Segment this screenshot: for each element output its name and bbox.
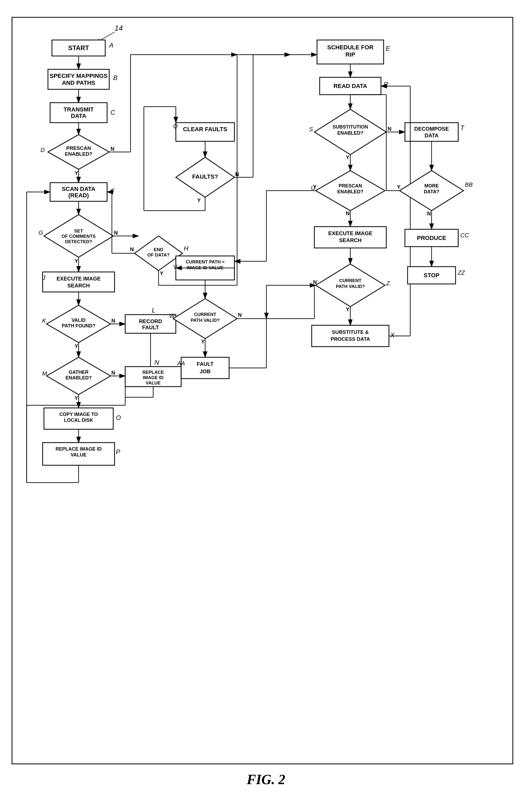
set-comments-label2: OF COMMENTS — [61, 234, 96, 239]
prescan-u-label2: ENABLED? — [337, 189, 363, 194]
schedule-label1: SCHEDULE FOR — [327, 44, 374, 51]
current-path-w-Y: Y — [201, 339, 205, 344]
substitution-label2: ENABLED? — [337, 130, 363, 136]
substitute-label1: SUBSTITUTE & — [332, 329, 369, 335]
ref-14: 14 — [115, 24, 123, 32]
label-V: V — [173, 264, 178, 270]
label-AA: AA — [177, 360, 185, 367]
label-O: O — [116, 414, 121, 421]
scan-label2: (READ) — [69, 192, 89, 199]
label-R: R — [384, 81, 388, 88]
current-path-v-label1: CURRENT PATH = — [186, 259, 225, 265]
scan-label1: SCAN DATA — [62, 185, 95, 192]
label-X: X — [390, 331, 395, 339]
set-comments-label1: SET — [74, 229, 83, 234]
label-T: T — [460, 124, 465, 131]
valid-path-label1: VALID — [72, 318, 86, 323]
current-path-z-Y: Y — [346, 306, 349, 312]
label-ZZ: ZZ — [457, 269, 465, 276]
stop-label: STOP — [423, 272, 440, 278]
label-H: H — [184, 245, 189, 252]
execute-j-box — [43, 272, 115, 292]
transmit-label2: DATA — [71, 112, 86, 119]
execute-j-label1: EXECUTE IMAGE — [56, 276, 101, 282]
substitute-box — [312, 325, 389, 347]
valid-path-Y: Y — [75, 343, 78, 349]
label-F: F — [111, 187, 115, 195]
current-path-w-N: N — [238, 312, 242, 318]
valid-path-label2: PATH FOUND? — [62, 323, 95, 328]
more-data-Y: Y — [397, 184, 401, 190]
execute-j-label2: SEARCH — [68, 283, 90, 289]
label-P: P — [116, 448, 120, 455]
more-data-label1: MORE — [424, 183, 439, 188]
end-data-Y: Y — [160, 270, 164, 276]
label-N: N — [154, 359, 159, 366]
execute-bb-label2: SEARCH — [339, 237, 361, 243]
label-Z: Z — [386, 280, 390, 287]
specify-label1: SPECIFY MAPPINGS — [50, 73, 107, 79]
replace-p-label1: REPLACE IMAGE ID — [55, 446, 101, 452]
prescan-d-label1: PRESCAN — [66, 145, 91, 151]
current-path-z-N: N — [313, 279, 317, 285]
page: 14 START A SPECIFY MAPPINGS AND PATHS B … — [0, 0, 532, 798]
label-M: M — [42, 370, 47, 377]
substitution-label1: SUBSTITUTION — [333, 124, 368, 130]
faults-label: FAULTS? — [192, 173, 218, 180]
label-C: C — [111, 109, 115, 116]
current-path-z-label1: CURRENT — [339, 278, 361, 283]
gather-label1: GATHER — [69, 369, 89, 375]
label-S: S — [309, 126, 313, 132]
prescan-u-label1: PRESCAN — [339, 183, 362, 188]
transmit-label1: TRANSMIT — [63, 106, 94, 113]
label-BB: BB — [465, 181, 473, 188]
prescan-d-N: N — [111, 146, 114, 152]
diagram-container: 14 START A SPECIFY MAPPINGS AND PATHS B … — [11, 16, 517, 776]
end-data-label1: END — [154, 247, 163, 252]
substitution-N: N — [387, 126, 391, 132]
end-data-N: N — [130, 246, 134, 252]
fault-job-box — [181, 357, 229, 379]
replace-n-label2: IMAGE ID — [143, 375, 163, 380]
gather-Y: Y — [75, 395, 78, 401]
prescan-u-N: N — [346, 210, 349, 216]
decompose-label2: DATA — [425, 132, 439, 139]
start-label: START — [68, 44, 89, 52]
prescan-d-label2: ENABLED? — [65, 151, 92, 157]
gather-N: N — [111, 370, 115, 376]
label-G: G — [39, 229, 43, 236]
valid-path-N: N — [111, 318, 115, 324]
label-Q: Q — [173, 123, 178, 129]
execute-bb-label1: EXECUTE IMAGE — [328, 230, 373, 236]
set-comments-N: N — [114, 230, 118, 236]
more-data-label2: DATA? — [424, 189, 439, 194]
flowchart-svg: 14 START A SPECIFY MAPPINGS AND PATHS B … — [11, 16, 517, 776]
label-K: K — [42, 317, 46, 324]
current-path-w-label1: CURRENT — [194, 312, 216, 317]
substitution-Y: Y — [346, 155, 349, 160]
faults-Y: Y — [197, 197, 201, 203]
label-B: B — [113, 74, 117, 81]
clear-faults-label1: CLEAR FAULTS — [183, 126, 227, 132]
current-path-w-label2: PATH VALID? — [191, 318, 220, 323]
decompose-box — [405, 123, 458, 141]
decompose-label1: DECOMPOSE — [414, 126, 449, 132]
end-data-label2: OF DATA? — [147, 253, 169, 257]
fault-job-label2: JOB — [200, 368, 210, 374]
produce-label: PRODUCE — [417, 235, 446, 241]
prescan-u-Y: Y — [313, 184, 317, 190]
label-A: A — [109, 41, 113, 49]
replace-n-label1: REPLACE — [142, 370, 164, 375]
record-fault-label1: RECORD — [139, 318, 162, 324]
label-J: J — [42, 274, 45, 281]
record-fault-label2: FAULT — [142, 325, 159, 330]
substitute-label2: PROCESS DATA — [330, 336, 370, 342]
label-CC: CC — [460, 232, 469, 239]
copy-label2: LOCAL DISK — [64, 418, 93, 423]
more-data-N: N — [427, 211, 431, 217]
read-data-label: READ DATA — [334, 83, 367, 89]
current-path-z-label2: PATH VALID? — [336, 284, 365, 289]
replace-p-label2: VALUE — [71, 452, 87, 457]
prescan-d-Y: Y — [75, 170, 78, 176]
set-comments-label3: DETECTED? — [65, 239, 92, 244]
